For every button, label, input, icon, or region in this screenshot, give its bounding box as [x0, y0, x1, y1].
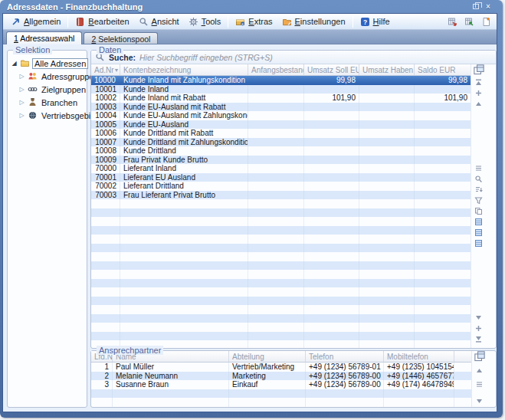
empty-cell — [415, 323, 471, 332]
window-title: Adressdaten - Finanzbuchhaltung — [7, 2, 143, 11]
scroll-up-button[interactable] — [473, 99, 484, 109]
scroll-down-button[interactable] — [473, 313, 484, 323]
collapsed-triangle-icon[interactable]: ▷ — [18, 99, 25, 106]
menu-tools[interactable]: Tools — [184, 15, 226, 28]
empty-cell — [91, 279, 120, 288]
help-icon: ? — [360, 17, 370, 27]
export-table-icon[interactable] — [446, 15, 458, 28]
tree-item-zielgruppen[interactable]: ▷Zielgruppen — [11, 83, 85, 96]
empty-cell — [306, 407, 384, 408]
menu-extras[interactable]: eExtras — [231, 15, 277, 28]
tree-item-adressgruppen[interactable]: ▷Adressgruppen — [11, 70, 85, 83]
cell-blank — [454, 380, 471, 389]
search-button[interactable] — [473, 174, 484, 184]
contact-row[interactable]: 1Paul MüllerVertrieb/Marketing+49 (1234)… — [91, 363, 471, 372]
account-row[interactable]: 10002Kunde Inland mit Rabatt101,90101,90 — [91, 94, 471, 103]
empty-cell — [120, 279, 248, 288]
empty-cell — [91, 261, 120, 271]
account-row[interactable]: 10009Frau Privat Kunde Brutto — [91, 156, 471, 165]
collapsed-triangle-icon[interactable]: ▷ — [18, 112, 25, 119]
tree-item-branchen[interactable]: ▷Branchen — [11, 96, 85, 109]
account-row[interactable]: 70002Lieferant Drittland — [91, 182, 471, 191]
add-button[interactable] — [473, 323, 484, 333]
tab-selektionspool[interactable]: 2 Selektionspool — [84, 32, 158, 44]
account-row[interactable]: 10008Kunde Drittland — [91, 146, 471, 156]
scroll-up-button[interactable] — [474, 366, 485, 376]
account-row[interactable]: 10005Kunde EU-Ausland — [91, 120, 471, 130]
copy-button[interactable] — [473, 206, 484, 216]
tab-adressauswahl[interactable]: 1 Adressauswahl — [6, 31, 82, 44]
empty-cell — [359, 314, 415, 323]
menu-einstellungen[interactable]: Einstellungen — [277, 15, 350, 28]
empty-cell — [248, 270, 304, 279]
account-row[interactable]: 10006Kunde Drittland mit Rabatt — [91, 129, 471, 138]
column-header-telefon[interactable]: Telefon — [306, 351, 384, 362]
column-header-mobiltelefon[interactable]: Mobiltelefon — [384, 351, 454, 362]
collapsed-triangle-icon[interactable]: ▷ — [18, 73, 25, 80]
column-header-ad-nr[interactable]: Ad.Nr▼ — [91, 64, 120, 75]
column-header-abteilung[interactable]: Abteilung — [229, 351, 306, 362]
column-header-kontenbezeichnung[interactable]: Kontenbezeichnung — [120, 64, 248, 75]
account-row[interactable]: 70003Frau Lieferant Privat Brutto — [91, 191, 471, 200]
add-button[interactable] — [473, 88, 484, 98]
filter-button[interactable] — [473, 195, 484, 205]
tree-item-vertriebsgebiete[interactable]: ▷Vertriebsgebiete — [11, 109, 85, 122]
account-row[interactable]: 70000Lieferant Inland — [91, 164, 471, 173]
menu-bearbeiten[interactable]: Bearbeiten — [71, 15, 133, 28]
contact-row[interactable]: 2Melanie NeumannMarketing+49 (1234) 5678… — [91, 372, 471, 381]
grid-layout-button[interactable] — [473, 217, 484, 227]
collapsed-triangle-icon[interactable]: ▷ — [18, 86, 25, 93]
grid-layout-button[interactable] — [473, 228, 484, 238]
cell-haben — [359, 103, 415, 112]
account-row[interactable]: 10004Kunde EU-Ausland mit Zahlungskondit… — [91, 111, 471, 120]
close-button[interactable]: × — [482, 2, 494, 11]
row-size-button[interactable] — [473, 163, 484, 173]
empty-row — [91, 398, 471, 407]
tab-strip: 1 Adressauswahl2 Selektionspool — [3, 30, 497, 44]
empty-cell — [120, 323, 248, 332]
search-input[interactable] — [139, 53, 492, 62]
cell-nr: 70001 — [91, 173, 120, 182]
cell-nr: 2 — [91, 372, 113, 381]
empty-cell — [304, 199, 359, 208]
new-note-icon[interactable] — [480, 15, 492, 28]
empty-cell — [248, 235, 304, 244]
account-row[interactable]: 70001Lieferant EU Ausland — [91, 173, 471, 182]
go-first-button[interactable] — [473, 77, 484, 87]
menu-allgemein[interactable]: Allgemein — [6, 15, 65, 28]
go-last-button[interactable] — [473, 334, 484, 344]
cell-haben — [359, 156, 415, 165]
tree-item-alle-adressen[interactable]: ◢Alle Adressen — [11, 57, 85, 70]
scroll-down-button[interactable] — [474, 396, 485, 406]
empty-cell — [120, 287, 248, 297]
restore-button[interactable] — [470, 2, 482, 11]
sort-button[interactable] — [473, 185, 484, 195]
empty-cell — [91, 270, 120, 279]
cell-soll — [304, 120, 359, 130]
account-row[interactable]: 10003Kunde EU-Ausland mit Rabatt — [91, 103, 471, 112]
column-header-saldo-eur[interactable]: Saldo EUR — [415, 64, 471, 75]
row-size-button[interactable] — [474, 379, 485, 389]
menu-ansicht[interactable]: Ansicht — [134, 15, 184, 28]
import-table-icon[interactable] — [463, 15, 475, 28]
column-chooser-icon[interactable] — [474, 351, 486, 362]
column-header-blank[interactable] — [454, 351, 471, 362]
column-chooser-icon[interactable] — [473, 64, 485, 75]
column-header-umsatz-haben-eur[interactable]: Umsatz Haben EUR — [359, 64, 415, 75]
column-header-anfangsbestand-eur[interactable]: Anfangsbestand EUR — [248, 64, 304, 75]
cell-nr: 3 — [91, 380, 113, 389]
empty-cell — [304, 235, 359, 244]
contact-row[interactable]: 3Susanne BraunEinkauf+49 (1234) 56789-00… — [91, 380, 471, 389]
grid-layout-button[interactable] — [473, 238, 484, 248]
empty-cell — [304, 297, 359, 306]
account-row[interactable]: 10001Kunde Inland — [91, 85, 471, 94]
expanded-triangle-icon[interactable]: ◢ — [11, 60, 18, 67]
cell-anfang — [248, 138, 304, 147]
menu-hilfe[interactable]: ?Hilfe — [356, 15, 395, 28]
empty-cell — [415, 261, 471, 271]
column-header-umsatz-soll-eur[interactable]: Umsatz Soll EUR — [304, 64, 359, 75]
empty-cell — [304, 252, 359, 261]
empty-cell — [359, 323, 415, 332]
account-row[interactable]: 10007Kunde Drittland mit Zahlungskonditi… — [91, 138, 471, 147]
account-row[interactable]: 10000Kunde Inland mit Zahlungskondition … — [91, 76, 471, 85]
